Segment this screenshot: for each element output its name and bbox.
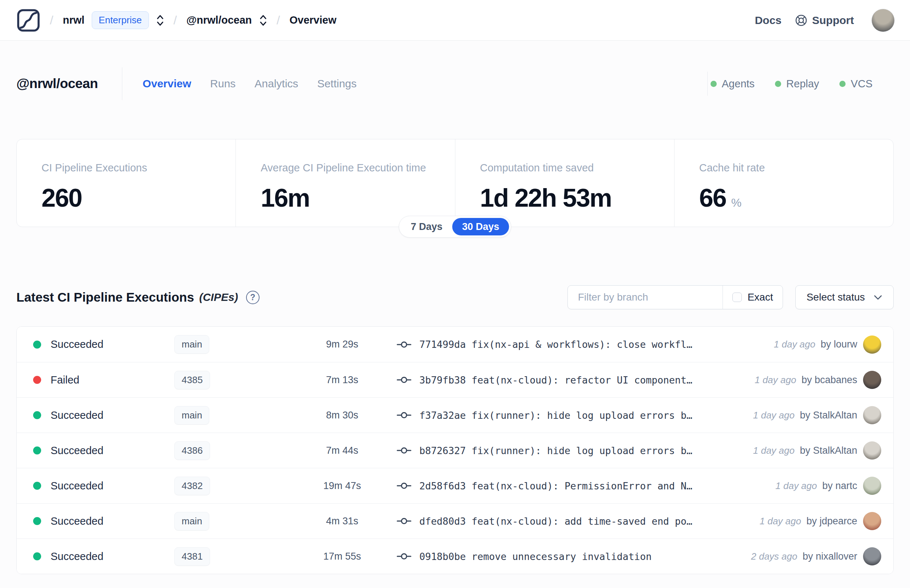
stats-summary: CI Pipeline Executions 260 Average CI Pi… bbox=[16, 139, 894, 227]
commit-hash: 0918b0be bbox=[419, 551, 466, 562]
indicator-replay: Replay bbox=[775, 78, 819, 90]
branch-cell: main bbox=[175, 335, 300, 354]
git-commit-icon bbox=[397, 516, 411, 526]
git-commit-icon bbox=[397, 375, 411, 384]
author: by StalkAltan bbox=[800, 410, 857, 421]
commit-hash: f37a32ae bbox=[419, 410, 466, 421]
lifebuoy-icon bbox=[795, 14, 808, 27]
author-avatar[interactable] bbox=[863, 547, 881, 565]
timestamp: 1 day ago bbox=[753, 445, 795, 456]
breadcrumb-org[interactable]: nrwl bbox=[63, 14, 84, 26]
range-7-days-button[interactable]: 7 Days bbox=[401, 218, 452, 236]
branch-badge[interactable]: main bbox=[175, 406, 209, 425]
branch-badge[interactable]: 4386 bbox=[175, 441, 210, 460]
stat-value: 1d 22h 53m bbox=[480, 183, 611, 213]
commit-text: 771499da fix(nx-api & workflows): close … bbox=[419, 339, 692, 350]
cipe-table-row[interactable]: Succeeded 4381 17m 55s 0918b0be remove u… bbox=[17, 538, 893, 574]
timestamp: 1 day ago bbox=[774, 339, 815, 350]
exact-label: Exact bbox=[748, 291, 773, 303]
range-30-days-button[interactable]: 30 Days bbox=[452, 218, 509, 236]
help-icon[interactable]: ? bbox=[246, 291, 260, 304]
tab-settings[interactable]: Settings bbox=[317, 78, 356, 90]
timestamp: 2 days ago bbox=[751, 551, 797, 562]
author-avatar[interactable] bbox=[863, 441, 881, 460]
commit-text: 3b79fb38 feat(nx-cloud): refactor UI com… bbox=[419, 375, 692, 386]
status-cell: Succeeded bbox=[33, 409, 175, 422]
status-select-dropdown[interactable]: Select status bbox=[795, 285, 894, 309]
commit-hash: b8726327 bbox=[419, 445, 466, 456]
commit-cell[interactable]: 2d58f6d3 feat(nx-cloud): PermissionError… bbox=[385, 480, 768, 491]
cipe-table-row[interactable]: Failed 4385 7m 13s 3b79fb38 feat(nx-clou… bbox=[17, 362, 893, 397]
cipe-table-row[interactable]: Succeeded 4386 7m 44s b8726327 fix(runne… bbox=[17, 433, 893, 468]
user-avatar[interactable] bbox=[871, 9, 895, 32]
git-commit-icon bbox=[397, 446, 411, 455]
status-label: Succeeded bbox=[50, 480, 103, 492]
commit-message: feat(nx-cloud): PermissionError and N… bbox=[472, 480, 692, 491]
branch-cell: 4385 bbox=[175, 371, 300, 389]
branch-cell: 4386 bbox=[175, 441, 300, 460]
commit-cell[interactable]: 3b79fb38 feat(nx-cloud): refactor UI com… bbox=[385, 375, 747, 386]
exact-checkbox[interactable] bbox=[732, 292, 742, 302]
author-avatar[interactable] bbox=[863, 512, 881, 530]
commit-cell[interactable]: dfed80d3 feat(nx-cloud): add time-saved … bbox=[385, 515, 752, 527]
breadcrumb-separator: / bbox=[276, 13, 280, 27]
commit-message: feat(nx-cloud): refactor UI component… bbox=[472, 375, 692, 386]
stat-value: 66 bbox=[699, 183, 726, 213]
author-avatar[interactable] bbox=[863, 371, 881, 389]
stat-value: 260 bbox=[42, 183, 82, 213]
duration-cell: 19m 47s bbox=[300, 480, 385, 491]
green-dot-icon bbox=[775, 81, 781, 87]
commit-cell[interactable]: b8726327 fix(runner): hide log upload er… bbox=[385, 445, 746, 456]
stat-card-time-saved: Computation time saved 1d 22h 53m bbox=[455, 139, 674, 227]
cipe-table-row[interactable]: Succeeded main 8m 30s f37a32ae fix(runne… bbox=[17, 397, 893, 433]
commit-hash: dfed80d3 bbox=[419, 515, 466, 527]
status-dot-icon bbox=[33, 446, 41, 454]
author: by bcabanes bbox=[802, 375, 857, 385]
timestamp: 1 day ago bbox=[755, 375, 796, 385]
workspace-tabs: Overview Runs Analytics Settings bbox=[143, 78, 357, 90]
commit-cell[interactable]: 0918b0be remove unnecessary invalidation bbox=[385, 551, 744, 562]
branch-badge[interactable]: 4385 bbox=[175, 371, 210, 389]
cipe-table-row[interactable]: Succeeded 4382 19m 47s 2d58f6d3 feat(nx-… bbox=[17, 468, 893, 503]
author: by nixallover bbox=[803, 551, 857, 562]
meta-cell: 1 day ago by StalkAltan bbox=[753, 410, 857, 421]
commit-text: 2d58f6d3 feat(nx-cloud): PermissionError… bbox=[419, 480, 692, 491]
author-avatar[interactable] bbox=[863, 336, 881, 354]
docs-link[interactable]: Docs bbox=[755, 14, 782, 27]
commit-text: dfed80d3 feat(nx-cloud): add time-saved … bbox=[419, 515, 692, 527]
support-label[interactable]: Support bbox=[812, 14, 854, 27]
branch-filter-group: Exact bbox=[567, 285, 783, 309]
commit-cell[interactable]: f37a32ae fix(runner): hide log upload er… bbox=[385, 410, 746, 421]
nx-cloud-logo-icon[interactable] bbox=[16, 8, 40, 32]
top-nav: / nrwl Enterprise / @nrwl/ocean / Overvi… bbox=[0, 0, 910, 41]
support-link[interactable]: Support bbox=[795, 14, 854, 27]
branch-badge[interactable]: main bbox=[175, 512, 209, 530]
commit-hash: 3b79fb38 bbox=[419, 375, 466, 386]
branch-badge[interactable]: main bbox=[175, 335, 209, 354]
cipe-table-row[interactable]: Succeeded main 4m 31s dfed80d3 feat(nx-c… bbox=[17, 503, 893, 538]
org-switcher-chevrons-icon[interactable] bbox=[156, 14, 164, 27]
breadcrumb-page: Overview bbox=[289, 14, 336, 26]
branch-filter-input[interactable] bbox=[568, 286, 723, 309]
commit-cell[interactable]: 771499da fix(nx-api & workflows): close … bbox=[385, 339, 766, 350]
commit-message: fix(nx-api & workflows): close workfl… bbox=[472, 339, 692, 350]
commit-text: b8726327 fix(runner): hide log upload er… bbox=[419, 445, 692, 456]
breadcrumb-workspace[interactable]: @nrwl/ocean bbox=[186, 14, 252, 26]
date-range-toggle: 7 Days 30 Days bbox=[399, 216, 511, 237]
tab-runs[interactable]: Runs bbox=[210, 78, 236, 90]
status-dot-icon bbox=[33, 482, 41, 490]
timestamp: 1 day ago bbox=[760, 515, 801, 527]
tab-overview[interactable]: Overview bbox=[143, 78, 191, 90]
author-avatar[interactable] bbox=[863, 477, 881, 495]
author-avatar[interactable] bbox=[863, 406, 881, 424]
cipe-table-row[interactable]: Succeeded main 9m 29s 771499da fix(nx-ap… bbox=[17, 327, 893, 362]
status-cell: Succeeded bbox=[33, 515, 175, 527]
feature-indicators: Agents Replay VCS bbox=[711, 78, 894, 90]
status-dot-icon bbox=[33, 411, 41, 419]
branch-badge[interactable]: 4381 bbox=[175, 547, 210, 566]
commit-text: 0918b0be remove unnecessary invalidation bbox=[419, 551, 651, 562]
branch-badge[interactable]: 4382 bbox=[175, 477, 210, 495]
tab-analytics[interactable]: Analytics bbox=[254, 78, 298, 90]
timestamp: 1 day ago bbox=[753, 410, 795, 421]
workspace-switcher-chevrons-icon[interactable] bbox=[259, 14, 267, 27]
